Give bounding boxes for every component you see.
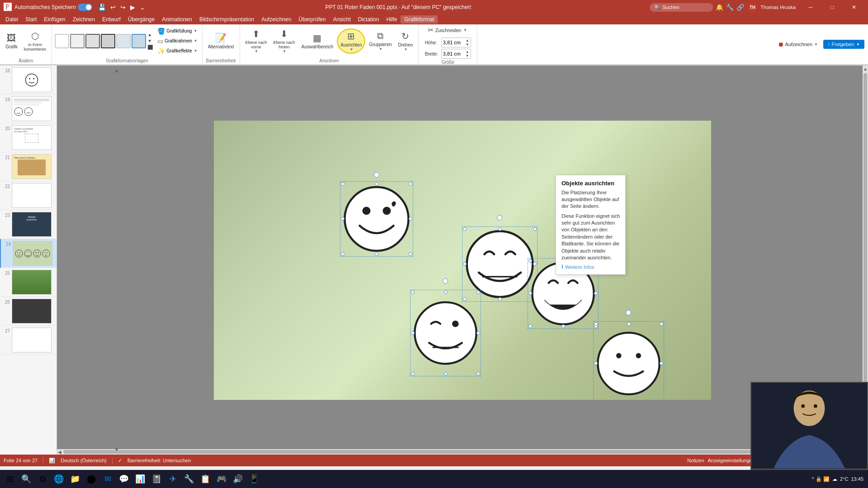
taskbar-onenote[interactable]: 📓 xyxy=(148,471,165,487)
handle-tr-1[interactable] xyxy=(409,182,412,186)
slide-thumb-27[interactable]: 27 xyxy=(0,326,57,355)
handle-bl-3[interactable] xyxy=(528,324,532,328)
smiley-1[interactable] xyxy=(343,184,410,254)
drehen-button[interactable]: ↻ Drehen ▼ xyxy=(396,29,416,53)
menu-bildschirm[interactable]: Bildschirmpräsentation xyxy=(196,15,258,23)
handle-mr-1[interactable] xyxy=(409,217,412,221)
more-info-link[interactable]: ℹ Weitere Infos xyxy=(561,264,620,270)
scroll-h-thumb[interactable] xyxy=(63,450,856,454)
handle-br-4[interactable] xyxy=(476,372,480,375)
breite-down[interactable]: ▼ xyxy=(466,54,469,58)
handle-ml-5[interactable] xyxy=(594,361,598,365)
ebene-vorne-button[interactable]: ⬆ Ebene nachvorne ▼ xyxy=(243,27,270,55)
taskbar-chrome[interactable]: ⬤ xyxy=(83,471,99,487)
taskbar-misc1[interactable]: 🔧 xyxy=(181,471,197,487)
rotate-handle-4[interactable] xyxy=(443,278,448,284)
hoehe-down[interactable]: ▼ xyxy=(466,42,469,47)
in-form-button[interactable]: ⬡ In Formkonvertieren xyxy=(21,29,49,53)
close-button[interactable]: ✕ xyxy=(844,0,864,14)
undo-icon[interactable]: ↩ xyxy=(109,3,117,12)
menu-start[interactable]: Start xyxy=(22,15,40,23)
handle-br-1[interactable] xyxy=(409,252,412,256)
smiley-5[interactable] xyxy=(596,324,661,400)
taskbar-edge[interactable]: 🌐 xyxy=(51,471,67,487)
handle-tl-1[interactable] xyxy=(341,182,344,186)
rotate-handle-5[interactable] xyxy=(626,310,631,315)
taskbar-start[interactable]: ⊞ xyxy=(2,471,18,487)
accessibility-status[interactable]: Barrierefreiheit: Untersuchen xyxy=(127,458,191,463)
freigeben-button[interactable]: ↑ Freigeben ▼ xyxy=(823,40,864,49)
rotate-handle-2[interactable] xyxy=(497,215,502,221)
handle-tr-4[interactable] xyxy=(476,291,480,294)
notes-btn[interactable]: Notizen xyxy=(687,458,704,463)
grafikeffekte-btn[interactable]: ✨ Grafikeffekte ▼ xyxy=(156,47,199,56)
style-item-1[interactable] xyxy=(55,34,69,48)
handle-tr-2[interactable] xyxy=(533,227,537,231)
menu-ueberpruefen[interactable]: Überprüfen xyxy=(295,15,329,23)
handle-tc-1[interactable] xyxy=(375,182,378,186)
menu-datei[interactable]: Datei xyxy=(2,15,22,23)
minimize-button[interactable]: ─ xyxy=(800,0,821,14)
gruppieren-button[interactable]: ⧉ Gruppieren ▼ xyxy=(366,29,394,52)
aufzeichnen-button[interactable]: ⏺ Aufzeichnen ▼ xyxy=(774,39,821,50)
style-item-6[interactable] xyxy=(132,34,146,48)
smiley-4[interactable] xyxy=(413,292,478,374)
handle-bc-3[interactable] xyxy=(561,324,565,328)
taskbar-explorer[interactable]: 📁 xyxy=(67,471,83,487)
style-scroll-down[interactable]: ▼ xyxy=(147,38,153,44)
breite-up[interactable]: ▲ xyxy=(466,50,469,54)
scroll-left-arrow[interactable]: ◀ xyxy=(57,449,62,455)
style-item-3[interactable] xyxy=(85,34,100,48)
menu-grafikformat[interactable]: Grafikformat xyxy=(401,15,438,23)
style-item-5[interactable] xyxy=(116,34,131,48)
search-box[interactable]: 🔍 Suchen xyxy=(650,3,713,12)
menu-entwurf[interactable]: Entwurf xyxy=(99,15,124,23)
style-item-2[interactable] xyxy=(70,34,85,48)
slide-thumb-19[interactable]: 19 xyxy=(0,94,57,123)
breite-input[interactable] xyxy=(443,51,466,56)
slide-thumb-21[interactable]: 21 They went to Sahara... xyxy=(0,152,57,181)
handle-ml-1[interactable] xyxy=(341,217,344,221)
handle-bc-2[interactable] xyxy=(498,297,502,301)
menu-aufzeichnen[interactable]: Aufzeichnen xyxy=(258,15,295,23)
handle-tl-4[interactable] xyxy=(411,291,415,294)
grafik-button[interactable]: 🖼 Grafik xyxy=(3,32,20,51)
taskbar-powerpoint[interactable]: 📊 xyxy=(132,471,148,487)
ausrichten-button[interactable]: ⊞ Ausrichten ▼ xyxy=(337,28,365,54)
taskbar-misc4[interactable]: 🔊 xyxy=(230,471,246,487)
grafikfuellung-btn[interactable]: 🪣 Grafikfüllung ▼ xyxy=(156,27,199,36)
view-settings-btn[interactable]: Anzeigeeinstellungen xyxy=(708,458,755,463)
handle-tl-2[interactable] xyxy=(463,227,467,231)
handle-tc-5[interactable] xyxy=(627,322,631,326)
scroll-down-btn[interactable]: ▼ xyxy=(114,446,119,453)
handle-ml-3[interactable] xyxy=(528,291,532,295)
handle-tc-2[interactable] xyxy=(498,227,502,231)
handle-tr-5[interactable] xyxy=(660,322,663,326)
present-icon[interactable]: ▶ xyxy=(129,3,137,12)
slide-thumb-18[interactable]: 18 xyxy=(0,66,57,94)
save-icon[interactable]: 💾 xyxy=(97,3,107,12)
zuschneiden-button[interactable]: ✂ Zuschneiden ▼ xyxy=(425,24,470,36)
menu-ansicht[interactable]: Ansicht xyxy=(329,15,354,23)
alternativtext-button[interactable]: 📝 Alternativtext xyxy=(205,31,237,51)
taskbar-misc3[interactable]: 🎮 xyxy=(213,471,230,487)
taskbar-misc5[interactable]: 📱 xyxy=(246,471,262,487)
slide-thumb-26[interactable]: 26 xyxy=(0,297,57,326)
menu-animationen[interactable]: Animationen xyxy=(158,15,196,23)
menu-zeichnen[interactable]: Zeichnen xyxy=(69,15,99,23)
handle-tl-3[interactable] xyxy=(528,259,532,263)
handle-bc-1[interactable] xyxy=(375,252,378,256)
ebene-hinten-button[interactable]: ⬇ Ebene nachhinten ▼ xyxy=(271,27,298,55)
more-icon[interactable]: ⌄ xyxy=(138,3,146,12)
slide-thumb-25[interactable]: 25 xyxy=(0,268,57,297)
style-item-4[interactable] xyxy=(101,34,115,48)
autosave-toggle[interactable] xyxy=(78,4,92,11)
hoehe-up[interactable]: ▲ xyxy=(466,38,469,42)
handle-mr-4[interactable] xyxy=(476,331,480,335)
style-expand[interactable]: ⬛ xyxy=(147,44,153,50)
menu-uebergaenge[interactable]: Übergänge xyxy=(124,15,158,23)
taskbar-taskview[interactable]: ⧉ xyxy=(34,471,51,487)
handle-ml-4[interactable] xyxy=(411,331,415,335)
menu-hilfe[interactable]: Hilfe xyxy=(382,15,401,23)
handle-ml-2[interactable] xyxy=(463,262,467,266)
